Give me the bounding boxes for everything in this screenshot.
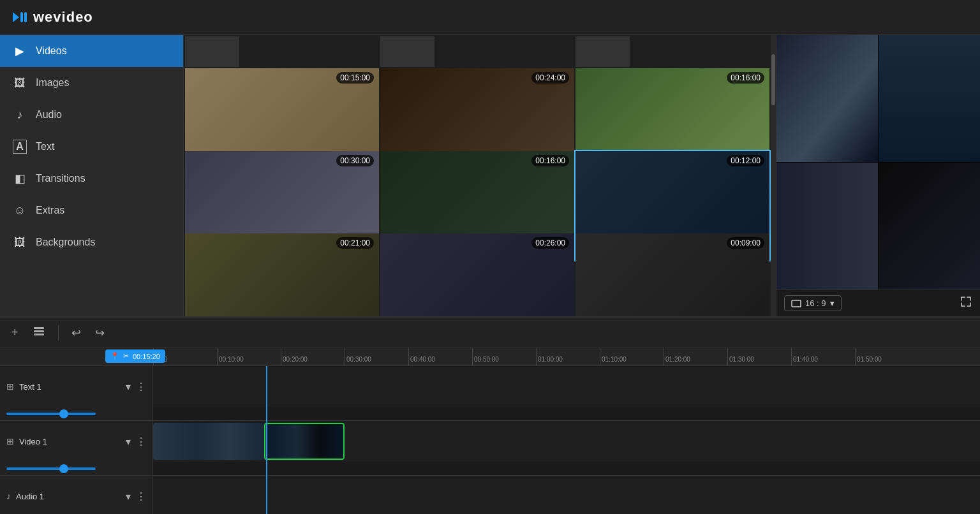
track-text1-dropdown[interactable]: ▾ [126,381,131,393]
media-duration-6: 00:12:00 [727,155,764,166]
sidebar-item-videos[interactable]: ▶ Videos [0,35,183,67]
main-content: ▶ Videos 🖼 Images ♪ Audio A Text ◧ Trans… [0,35,980,316]
svg-rect-6 [34,334,44,335]
sidebar-item-audio[interactable]: ♪ Audio [0,99,183,131]
fullscreen-button[interactable] [960,295,972,311]
media-grid: 00:15:00 00:24:00 ⋮ 00:16:00 00:30:00 00… [184,67,771,316]
fullscreen-icon [960,295,972,308]
track-text1-slider-header [0,407,153,420]
media-duration-3: 00:16:00 [727,72,764,84]
redo-button[interactable]: ↪ [91,323,108,342]
ruler-mark-3: 00:30:00 [345,348,408,365]
track-video1-slider-row [0,462,980,476]
logo: wevideo [10,8,93,26]
wevideo-logo-icon [10,8,28,26]
audio-icon: ♪ [13,108,27,122]
media-thumb-top-3[interactable] [575,36,630,67]
text-icon: A [13,140,27,154]
track-audio1-main: ♪ Audio 1 ▾ ⋮ [0,476,980,514]
track-video1-name: Video 1 [19,437,121,446]
track-audio1-menu[interactable]: ⋮ [136,490,146,503]
ruler-mark-11: 01:50:00 [855,348,919,365]
track-audio1-header: ♪ Audio 1 ▾ ⋮ [0,476,153,514]
videos-icon: ▶ [13,44,27,58]
svg-rect-3 [792,300,801,307]
ruler-mark-1: 00:10:00 [217,348,281,365]
sidebar-item-extras[interactable]: ☺ Extras [0,195,183,226]
svg-rect-5 [34,330,44,332]
sidebar-item-text[interactable]: A Text [0,131,183,163]
timeline-ruler: 📍 ✂ 00:15:20 0:00 00:10:00 00:20:00 00:3… [0,348,980,366]
ruler-marks: 0:00 00:10:00 00:20:00 00:30:00 00:40:00… [153,348,919,365]
undo-button[interactable]: ↩ [68,323,85,342]
ruler-mark-2: 00:20:00 [281,348,345,365]
timeline-toolbar: + ↩ ↪ [0,318,980,348]
top-bar: wevideo [0,0,980,35]
track-video1-volume-thumb[interactable] [59,464,68,473]
logo-text: wevideo [33,9,93,26]
track-video1-dropdown[interactable]: ▾ [126,436,131,448]
svg-rect-4 [34,327,44,329]
preview-cell-3 [776,163,878,290]
media-thumb-9[interactable]: 00:09:00 [575,233,769,316]
track-video1-menu[interactable]: ⋮ [136,436,146,448]
sidebar-item-transitions[interactable]: ◧ Transitions [0,163,183,195]
preview-controls: 16 : 9 ▾ [776,290,980,316]
track-text1-slider-content [153,407,980,420]
track-audio1-icon: ♪ [6,491,11,501]
track-video1-slider-header [0,462,153,475]
track-video1-main: ⊞ Video 1 ▾ ⋮ [0,421,980,462]
media-scrollbar-thumb[interactable] [771,54,775,105]
svg-marker-0 [13,12,19,22]
extras-icon: ☺ [13,203,27,217]
aspect-ratio-icon [791,300,801,307]
track-select-button[interactable] [29,322,49,343]
playhead-scissors-icon: ✂ [123,352,129,360]
media-duration-8: 00:26:00 [531,237,569,249]
track-text1-content [153,366,980,407]
media-scrollbar[interactable] [771,35,776,316]
add-track-button[interactable]: + [8,323,22,342]
video-clip-1[interactable] [153,423,264,460]
track-audio1: ♪ Audio 1 ▾ ⋮ [0,476,980,514]
sidebar-label-backgrounds: Backgrounds [36,237,95,248]
sidebar-label-transitions: Transitions [36,173,85,184]
sidebar-label-text: Text [36,141,54,152]
aspect-ratio-button[interactable]: 16 : 9 ▾ [784,295,842,311]
media-panel: 00:15:00 00:24:00 ⋮ 00:16:00 00:30:00 00… [184,35,776,316]
preview-video [776,35,980,290]
playhead-pin-icon: 📍 [110,352,119,360]
track-text1-volume-slider[interactable] [6,413,96,415]
ruler-mark-4: 00:40:00 [408,348,472,365]
sidebar-item-backgrounds[interactable]: 🖼 Backgrounds [0,226,183,258]
ruler-mark-9: 01:30:00 [727,348,791,365]
media-duration-2: 00:24:00 [531,72,569,84]
track-text1-slider-row [0,407,980,421]
track-video1-icon: ⊞ [6,436,14,446]
ruler-mark-10: 01:40:00 [791,348,855,365]
ruler-mark-8: 01:20:00 [664,348,727,365]
media-duration-4: 00:30:00 [336,155,374,166]
track-text1-menu[interactable]: ⋮ [136,381,146,393]
sidebar-item-images[interactable]: 🖼 Images [0,67,183,99]
svg-rect-2 [24,12,27,22]
toolbar-divider [58,325,59,341]
sidebar-label-audio: Audio [36,109,62,121]
ruler-mark-5: 00:50:00 [472,348,536,365]
track-video1: ⊞ Video 1 ▾ ⋮ [0,421,980,476]
track-text1: ⊞ Text 1 ▾ ⋮ [0,366,980,421]
media-thumb-top-1[interactable] [185,36,239,67]
track-text1-header: ⊞ Text 1 ▾ ⋮ [0,366,153,407]
track-audio1-dropdown[interactable]: ▾ [126,490,131,503]
playhead-tooltip: 📍 ✂ 00:15:20 [105,349,165,363]
track-text1-icon: ⊞ [6,381,14,392]
track-video1-volume-slider[interactable] [6,467,96,470]
playhead-time: 00:15:20 [133,353,160,360]
video-clip-2[interactable] [264,423,345,460]
sidebar-label-videos: Videos [36,45,67,57]
media-thumb-top-2[interactable] [380,36,434,67]
track-text1-volume-thumb[interactable] [59,409,68,418]
media-thumb-8[interactable]: 00:26:00 [380,233,574,316]
ruler-mark-6: 01:00:00 [536,348,600,365]
media-thumb-7[interactable]: 00:21:00 [185,233,379,316]
